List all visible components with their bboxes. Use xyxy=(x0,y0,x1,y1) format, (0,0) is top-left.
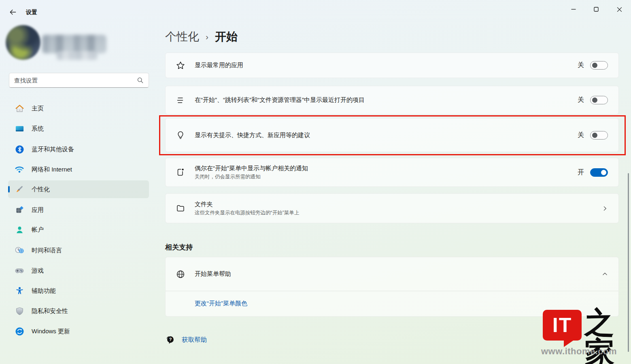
toggle-state-label: 关 xyxy=(578,61,584,70)
svg-text:?: ? xyxy=(169,337,172,342)
breadcrumb-parent[interactable]: 个性化 xyxy=(165,29,199,44)
avatar[interactable] xyxy=(6,25,40,60)
sidebar-item-time-language[interactable]: 时间和语言 xyxy=(8,241,149,259)
lightbulb-icon xyxy=(175,130,186,140)
setting-title: 显示最常用的应用 xyxy=(195,61,243,69)
toggle-state-label: 关 xyxy=(578,96,584,104)
maximize-icon xyxy=(593,6,599,12)
sidebar-item-label: 蓝牙和其他设备 xyxy=(32,146,74,153)
toggle-knob xyxy=(601,170,606,175)
sidebar-item-system[interactable]: 系统 xyxy=(8,120,149,138)
sidebar-item-privacy[interactable]: 隐私和安全性 xyxy=(8,302,149,320)
ithome-logo: IT xyxy=(543,310,582,341)
back-arrow-icon xyxy=(9,8,17,16)
start-menu-help-expander[interactable]: 开始菜单帮助 xyxy=(166,257,618,291)
related-support-card: 开始菜单帮助 更改“开始”菜单颜色 xyxy=(165,257,619,317)
sidebar-item-label: 应用 xyxy=(32,206,44,214)
setting-row-folders[interactable]: 文件夹 这些文件夹显示在电源按钮旁边的“开始”菜单上 xyxy=(165,193,619,223)
setting-row-suggestions[interactable]: 显示有关提示、快捷方式、新应用等的建议 关 xyxy=(165,118,619,152)
expander-title: 开始菜单帮助 xyxy=(195,270,231,278)
setting-row-account-notifications[interactable]: 偶尔在“开始”菜单中显示与帐户相关的通知 关闭时，仍会显示所需的通知 开 xyxy=(165,158,619,187)
sidebar-item-apps[interactable]: 应用 xyxy=(8,201,149,219)
system-icon xyxy=(15,124,24,133)
toggle-account-notifications[interactable] xyxy=(590,168,608,177)
toggle-state-label: 开 xyxy=(578,168,584,177)
sidebar-item-label: 辅助功能 xyxy=(32,287,56,295)
sidebar-item-label: 系统 xyxy=(32,125,44,133)
breadcrumb-separator-icon: › xyxy=(206,32,208,42)
sidebar-item-label: Windows 更新 xyxy=(32,328,70,335)
sidebar-item-label: 个性化 xyxy=(32,186,50,193)
setting-row-recent-items[interactable]: 在“开始”、“跳转列表”和“文件资源管理器”中显示最近打开的项目 关 xyxy=(165,86,619,114)
personalization-icon xyxy=(15,184,24,194)
home-icon xyxy=(15,104,24,113)
sidebar-item-label: 帐户 xyxy=(32,226,44,234)
maximize-button[interactable] xyxy=(587,2,606,16)
page-title: 开始 xyxy=(215,29,238,44)
accessibility-icon xyxy=(15,286,24,296)
sidebar-item-accessibility[interactable]: 辅助功能 xyxy=(8,282,149,300)
setting-title: 文件夹 xyxy=(195,201,299,208)
time-language-icon xyxy=(15,245,24,255)
setting-title: 显示有关提示、快捷方式、新应用等的建议 xyxy=(195,131,310,139)
apps-icon xyxy=(15,205,24,215)
sidebar-item-windows-update[interactable]: Windows 更新 xyxy=(8,322,149,340)
toggle-knob xyxy=(592,97,597,103)
ithome-url: www.ithome.com xyxy=(541,346,617,357)
toggle-suggestions[interactable] xyxy=(590,131,608,140)
toggle-knob xyxy=(592,63,597,68)
app-title: 设置 xyxy=(26,9,37,16)
chevron-up-icon xyxy=(602,271,608,277)
sidebar-item-label: 主页 xyxy=(32,105,44,112)
privacy-icon xyxy=(15,306,24,316)
minimize-icon xyxy=(571,6,576,12)
bluetooth-icon xyxy=(15,144,24,154)
sidebar-item-personalization[interactable]: 个性化 xyxy=(8,180,149,198)
sidebar-item-label: 游戏 xyxy=(32,267,44,275)
search-box[interactable] xyxy=(9,73,149,88)
search-icon xyxy=(137,77,144,84)
minimize-button[interactable] xyxy=(564,2,583,16)
network-icon xyxy=(15,165,24,174)
back-button[interactable] xyxy=(8,7,18,17)
toggle-most-used-apps[interactable] xyxy=(590,61,608,70)
account-notification-icon xyxy=(175,167,186,178)
chevron-right-icon xyxy=(602,205,608,212)
change-start-menu-color-link[interactable]: 更改“开始”菜单颜色 xyxy=(195,300,247,307)
sidebar-item-home[interactable]: 主页 xyxy=(8,99,149,117)
setting-title: 在“开始”、“跳转列表”和“文件资源管理器”中显示最近打开的项目 xyxy=(195,96,365,104)
get-help-link[interactable]: 获取帮助 xyxy=(182,336,207,344)
setting-subtitle: 关闭时，仍会显示所需的通知 xyxy=(195,174,308,180)
sidebar-item-accounts[interactable]: 帐户 xyxy=(8,221,149,239)
globe-icon xyxy=(175,269,186,279)
toggle-knob xyxy=(592,133,597,138)
get-help-row: ? 获取帮助 xyxy=(165,335,207,345)
accounts-icon xyxy=(15,225,24,235)
sidebar-item-gaming[interactable]: 游戏 xyxy=(8,262,149,279)
toggle-state-label: 关 xyxy=(578,131,584,140)
ithome-logo-text: IT xyxy=(552,313,572,337)
windows-update-icon xyxy=(15,326,24,336)
related-support-heading: 相关支持 xyxy=(165,243,193,252)
setting-title: 偶尔在“开始”菜单中显示与帐户相关的通知 xyxy=(195,165,308,172)
close-button[interactable] xyxy=(610,2,629,16)
setting-subtitle: 这些文件夹显示在电源按钮旁边的“开始”菜单上 xyxy=(195,210,299,216)
get-help-icon: ? xyxy=(165,335,175,345)
sidebar-item-network[interactable]: 网络和 Internet xyxy=(8,161,149,178)
star-icon xyxy=(175,60,186,71)
gaming-icon xyxy=(15,266,24,275)
toggle-recent-items[interactable] xyxy=(590,96,608,104)
sidebar-item-label: 网络和 Internet xyxy=(32,166,72,174)
folder-icon xyxy=(175,203,186,214)
recent-items-icon xyxy=(175,95,186,106)
close-icon xyxy=(616,6,623,13)
sidebar-item-label: 隐私和安全性 xyxy=(32,307,68,315)
breadcrumb: 个性化 › 开始 xyxy=(165,29,238,44)
setting-row-most-used-apps[interactable]: 显示最常用的应用 关 xyxy=(165,53,619,78)
card-divider xyxy=(166,291,618,291)
search-input[interactable] xyxy=(14,77,137,84)
sidebar-item-bluetooth[interactable]: 蓝牙和其他设备 xyxy=(8,140,149,158)
selected-indicator xyxy=(8,186,10,193)
user-email-blurred xyxy=(57,51,97,60)
sidebar-item-label: 时间和语言 xyxy=(32,247,62,254)
